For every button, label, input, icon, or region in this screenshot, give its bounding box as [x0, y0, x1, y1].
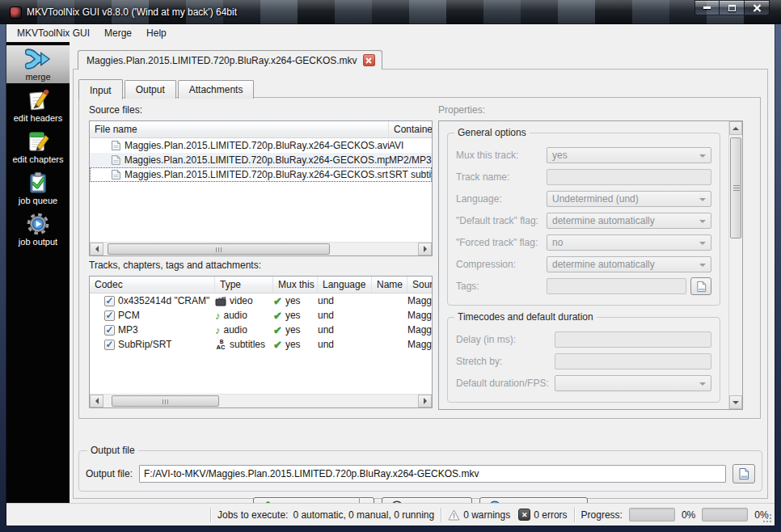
video-icon: [215, 296, 226, 306]
maximize-button[interactable]: [720, 0, 745, 15]
merge-tool-content: Maggies.Plan.2015.LIMITED.720p.BluRay.x2…: [70, 42, 775, 503]
edit-headers-icon: [26, 88, 50, 112]
sidebar-item-edit-headers[interactable]: edit headers: [6, 87, 70, 125]
app-window: MKVToolNix GUI v8.8.0 ('Wind at my back'…: [0, 0, 781, 532]
column-name[interactable]: Name: [372, 277, 407, 293]
track-mux: yes: [285, 295, 301, 306]
sidebar-item-label: edit headers: [14, 113, 63, 123]
scroll-left-button[interactable]: [90, 243, 103, 255]
track-mux: yes: [285, 310, 301, 321]
file-icon: [111, 169, 121, 180]
track-source: Maggies.Plan.2015.LIMITED.720p.BluRay.x2…: [407, 295, 432, 306]
column-type[interactable]: Type: [215, 277, 273, 293]
language-select[interactable]: Undetermined (und): [547, 191, 711, 207]
titlebar[interactable]: MKVToolNix GUI v8.8.0 ('Wind at my back'…: [0, 0, 781, 24]
track-enabled-checkbox[interactable]: ✓: [104, 325, 115, 336]
menu-help[interactable]: Help: [139, 25, 174, 41]
source-file-container: MP2/MP3: [389, 154, 432, 166]
track-type: video: [230, 295, 253, 306]
file-tab-close-button[interactable]: [363, 54, 375, 66]
track-row[interactable]: ✓ 0x4352414d "CRAM" video ✔yes und: [90, 293, 432, 308]
statusbar-separator: [441, 508, 441, 522]
tracks-header: Codec Type Mux this Language Name Source: [90, 277, 432, 293]
minimize-button[interactable]: [694, 0, 720, 15]
errors-count: 0 errors: [534, 509, 567, 521]
sidebar-item-label: job queue: [19, 196, 57, 205]
field-tags: Tags:: [456, 278, 711, 294]
sidebar-item-edit-chapters[interactable]: edit chapters: [6, 128, 70, 166]
menu-merge[interactable]: Merge: [97, 25, 139, 41]
scroll-up-button[interactable]: [729, 121, 742, 135]
scroll-thumb[interactable]: [112, 395, 219, 407]
job-progress-percent: 0%: [682, 509, 695, 521]
error-icon: ✕: [518, 509, 530, 521]
scroll-down-button[interactable]: [729, 395, 742, 409]
track-mux: yes: [285, 324, 301, 336]
default-track-flag-select[interactable]: determine automatically: [547, 213, 711, 229]
delay-input[interactable]: [555, 331, 711, 348]
properties-panel: General options Mux this track: yes Trac…: [438, 120, 743, 410]
source-file-container: SRT subtitles: [389, 169, 432, 180]
track-row[interactable]: ✓ SubRip/SRT BAC subtitles ✔yes und: [90, 337, 432, 352]
jobs-to-execute-label: Jobs to execute:: [217, 509, 288, 521]
arrow-left-icon: [92, 246, 99, 252]
column-container[interactable]: Container: [389, 121, 432, 137]
stretch-by-input[interactable]: [555, 353, 711, 369]
column-codec[interactable]: Codec: [90, 277, 215, 293]
scroll-right-button[interactable]: [418, 243, 432, 255]
scroll-right-button[interactable]: [418, 395, 432, 407]
mux-this-track-select[interactable]: yes: [547, 147, 711, 163]
forced-track-flag-select[interactable]: no: [547, 234, 711, 251]
column-source[interactable]: Source: [407, 277, 432, 293]
tab-input[interactable]: Input: [78, 79, 123, 99]
source-file-row[interactable]: Maggies.Plan.2015.LIMITED.720p.BluRay.x2…: [90, 138, 432, 153]
track-source: Maggies.Plan.2015.LIMITED.720p.BluRay.x2…: [407, 324, 432, 336]
sidebar-item-merge[interactable]: merge: [6, 45, 70, 83]
job-output-icon: [26, 212, 50, 236]
track-enabled-checkbox[interactable]: ✓: [104, 296, 115, 306]
progress-label: Progress:: [581, 509, 623, 521]
column-file-name[interactable]: File name: [90, 121, 389, 137]
sidebar-item-job-queue[interactable]: job queue: [6, 169, 70, 207]
arrow-left-icon: [92, 398, 99, 404]
field-track-name: Track name:: [456, 169, 711, 185]
track-row[interactable]: ✓ MP3 ♪ audio ✔yes und: [90, 323, 432, 337]
track-row[interactable]: ✓ PCM ♪ audio ✔yes und: [90, 308, 432, 323]
close-button[interactable]: [745, 0, 770, 15]
source-file-name: Maggies.Plan.2015.LIMITED.720p.BluRay.x2…: [125, 154, 389, 166]
scroll-left-button[interactable]: [90, 395, 103, 407]
output-browse-button[interactable]: [732, 464, 755, 483]
tags-input[interactable]: [547, 278, 686, 294]
timecodes-group: Timecodes and default duration Delay (in…: [447, 317, 720, 403]
scroll-thumb[interactable]: [108, 243, 330, 255]
track-codec: SubRip/SRT: [118, 339, 171, 350]
source-file-row[interactable]: Maggies.Plan.2015.LIMITED.720p.BluRay.x2…: [90, 153, 432, 167]
resize-grip[interactable]: [762, 513, 773, 524]
column-mux-this[interactable]: Mux this: [273, 277, 318, 293]
compression-select[interactable]: determine automatically: [547, 256, 711, 272]
main-area: merge edit headers: [6, 42, 775, 503]
default-duration-select[interactable]: [555, 375, 711, 391]
source-file-name: Maggies.Plan.2015.LIMITED.720p.BluRay.x2…: [125, 169, 388, 180]
tags-browse-button[interactable]: [690, 277, 711, 295]
properties-content: General options Mux this track: yes Trac…: [439, 121, 728, 409]
tab-output[interactable]: Output: [125, 80, 176, 99]
scroll-thumb[interactable]: [730, 137, 741, 239]
track-name-input[interactable]: [547, 169, 711, 185]
sidebar-item-job-output[interactable]: job output: [6, 210, 70, 248]
file-tab[interactable]: Maggies.Plan.2015.LIMITED.720p.BluRay.x2…: [78, 50, 382, 70]
source-files-hscrollbar[interactable]: [90, 242, 432, 255]
menu-mkvtoolnix-gui[interactable]: MKVToolNix GUI: [10, 25, 97, 41]
source-file-row[interactable]: Maggies.Plan.2015.LIMITED.720p.BluRay.x2…: [90, 167, 432, 182]
column-language[interactable]: Language: [318, 277, 372, 293]
window-controls: [694, 0, 770, 15]
output-file-row: Output file:: [86, 464, 755, 483]
tracks-hscrollbar[interactable]: [90, 394, 432, 407]
svg-text:!: !: [453, 512, 455, 520]
properties-vscrollbar[interactable]: [728, 121, 742, 409]
jobs-to-execute-value: 0 automatic, 0 manual, 0 running: [293, 509, 434, 521]
output-file-input[interactable]: [139, 465, 726, 483]
track-enabled-checkbox[interactable]: ✓: [104, 340, 115, 350]
track-enabled-checkbox[interactable]: ✓: [104, 310, 115, 321]
tab-attachments[interactable]: Attachments: [178, 80, 255, 99]
